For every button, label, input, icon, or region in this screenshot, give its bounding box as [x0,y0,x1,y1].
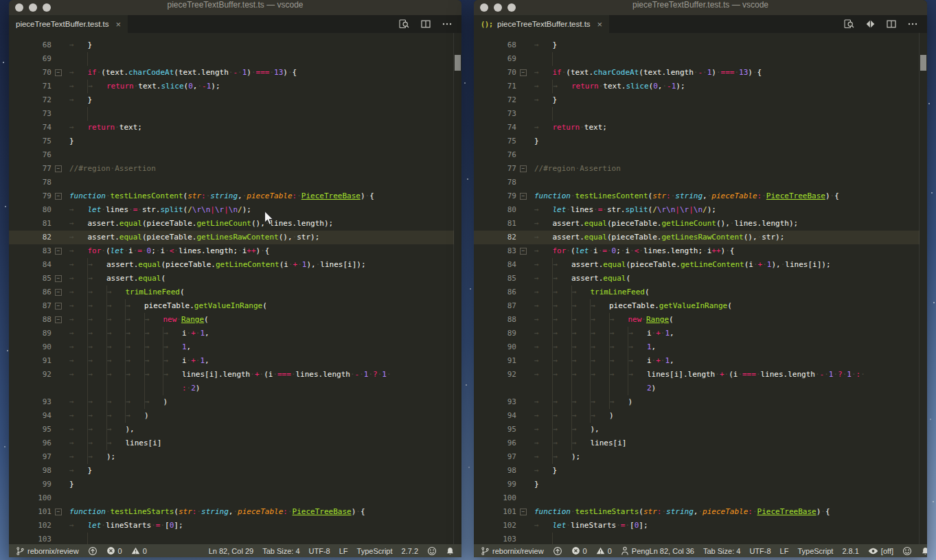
title-bar[interactable]: pieceTreeTextBuffer.test.ts — vscode [474,0,927,15]
close-window-button[interactable] [480,3,488,12]
fold-collapse-icon[interactable]: − [55,275,62,282]
code-line[interactable]: 95→→→), [9,423,454,436]
code-line[interactable]: 92→→→→→→lines[i].length·+·(i·===·lines.l… [9,368,454,382]
status-item[interactable]: Ln 82, Col 36 [650,547,694,555]
code-line[interactable]: 87−→→→→pieceTable.getValueInRange( [9,299,454,313]
scrollbar[interactable] [453,33,461,544]
status-item[interactable]: LF [780,547,789,555]
code-line[interactable]: 76 [474,148,920,162]
minimize-window-button[interactable] [29,3,37,12]
code-line[interactable]: 80→let·lines·=·str.split(/\r\n|\r|\n/); [9,203,454,217]
code-line[interactable]: 97→→); [9,450,454,464]
code-line[interactable]: 73 [9,107,454,121]
code-line[interactable]: 2) [474,382,920,395]
status-item[interactable]: 0 [571,546,587,555]
open-preview-icon[interactable] [398,19,410,30]
tab-pieceTreeTextBuffer[interactable]: (); pieceTreeTextBuffer.test.ts × [474,15,609,33]
status-item[interactable] [427,546,437,556]
code-line[interactable]: 86→→→trimLineFeed( [474,285,920,299]
code-line[interactable]: 79−function·testLinesContent(str:·string… [474,189,920,203]
code-line[interactable]: 100 [9,491,454,505]
split-editor-icon[interactable] [420,19,431,30]
split-editor-icon[interactable] [886,19,897,30]
code-line[interactable]: 91→→→→→→i·+·1, [9,354,454,368]
status-item[interactable] [553,546,562,556]
open-preview-icon[interactable] [843,19,855,30]
code-line[interactable]: 102→let·lineStarts·=·[0]; [474,519,920,533]
fold-collapse-icon[interactable]: − [55,289,62,296]
fold-collapse-icon[interactable]: − [55,303,62,310]
code-line[interactable]: 95→→→), [474,423,920,436]
close-window-button[interactable] [15,3,23,12]
scrollbar[interactable] [919,33,927,544]
code-line[interactable]: 87→→→→pieceTable.getValueInRange( [474,299,920,313]
scrollbar-slider[interactable] [920,55,926,71]
code-line[interactable]: 72→} [9,93,454,107]
open-changes-icon[interactable] [865,19,876,30]
code-line[interactable]: 71→→return·text.slice(0,·-1); [9,80,454,93]
code-line[interactable]: 89→→→→→→i·+·1, [9,327,454,340]
code-line[interactable]: 98→} [9,464,454,478]
minimize-window-button[interactable] [494,3,502,12]
status-item[interactable]: UTF-8 [749,547,771,555]
code-line[interactable]: 89→→→→→→i·+·1, [474,327,920,340]
more-actions-icon[interactable] [442,19,453,30]
status-item[interactable]: Ln 82, Col 29 [209,547,253,555]
code-line[interactable]: 94→→→→) [9,409,454,423]
code-line[interactable]: 103 [9,533,454,544]
status-item[interactable]: 0 [131,546,147,555]
code-line[interactable]: 77−//#region·Assertion [9,162,454,176]
fold-collapse-icon[interactable]: − [520,193,527,200]
code-line[interactable]: :·2) [9,382,454,395]
code-line[interactable]: 75} [474,135,920,148]
code-line[interactable]: 83−→for·(let·i·=·0;·i·<·lines.length;·i+… [9,244,454,258]
status-item[interactable]: rebornix/review [481,546,544,556]
tab-pieceTreeTextBuffer[interactable]: pieceTreeTextBuffer.test.ts × [9,15,128,33]
code-line[interactable]: 99} [9,478,454,491]
code-line[interactable]: 96→→→lines[i] [474,436,920,450]
status-item[interactable]: TypeScript [797,547,833,555]
fold-collapse-icon[interactable]: − [55,165,62,172]
more-actions-icon[interactable] [907,19,918,30]
code-line[interactable]: 96→→→lines[i] [9,436,454,450]
status-item[interactable] [446,546,455,556]
code-line[interactable]: 80→let·lines·=·str.split(/\r\n|\r|\n/); [474,203,920,217]
fold-collapse-icon[interactable]: − [55,69,62,76]
zoom-window-button[interactable] [507,3,516,12]
code-line[interactable]: 84→→assert.equal(pieceTable.getLineConte… [9,258,454,272]
title-bar[interactable]: pieceTreeTextBuffer.test.ts — vscode [9,0,461,15]
zoom-window-button[interactable] [43,3,51,12]
close-tab-icon[interactable]: × [116,19,122,30]
status-item[interactable]: rebornix/review [16,546,79,556]
code-line[interactable]: 98→} [474,464,920,478]
code-line[interactable]: 82→assert.equal(pieceTable.getLinesRawCo… [474,231,920,244]
code-line[interactable]: 97→→); [474,450,920,464]
code-line[interactable]: 101−function·testLineStarts(str:·string,… [474,505,920,519]
code-line[interactable]: 70−→if·(text.charCodeAt(text.length·-·1)… [474,66,920,80]
status-item[interactable] [921,546,927,556]
status-item[interactable]: TypeScript [357,547,393,555]
code-line[interactable]: 84→→assert.equal(pieceTable.getLineConte… [474,258,920,272]
code-line[interactable]: 100 [474,491,920,505]
code-line[interactable]: 79−function·testLinesContent(str:·string… [9,189,454,203]
status-item[interactable]: LF [339,547,348,555]
code-line[interactable]: 78 [474,176,920,189]
status-item[interactable]: 0 [106,546,122,555]
code-line[interactable]: 81→assert.equal(pieceTable.getLineCount(… [474,217,920,231]
code-line[interactable]: 70−→if·(text.charCodeAt(text.length·-·1)… [9,66,454,80]
code-line[interactable]: 88→→→→→new·Range( [474,313,920,327]
status-item[interactable]: UTF-8 [309,547,330,555]
code-line[interactable]: 94→→→→) [474,409,920,423]
code-line[interactable]: 72→} [474,93,920,107]
code-line[interactable]: 81→assert.equal(pieceTable.getLineCount(… [9,217,454,231]
fold-collapse-icon[interactable]: − [55,509,62,515]
status-item[interactable]: 0 [596,546,612,555]
code-line[interactable]: 86−→→→trimLineFeed( [9,285,454,299]
code-line[interactable]: 102→let·lineStarts·=·[0]; [9,519,454,533]
code-line[interactable]: 78 [9,176,454,189]
fold-collapse-icon[interactable]: − [520,509,527,515]
code-line[interactable]: 99} [474,478,920,491]
code-line[interactable]: 92→→→→→→lines[i].length·+·(i·===·lines.l… [474,368,920,382]
code-line[interactable]: 73 [474,107,920,121]
status-item[interactable]: Tab Size: 4 [703,547,740,555]
